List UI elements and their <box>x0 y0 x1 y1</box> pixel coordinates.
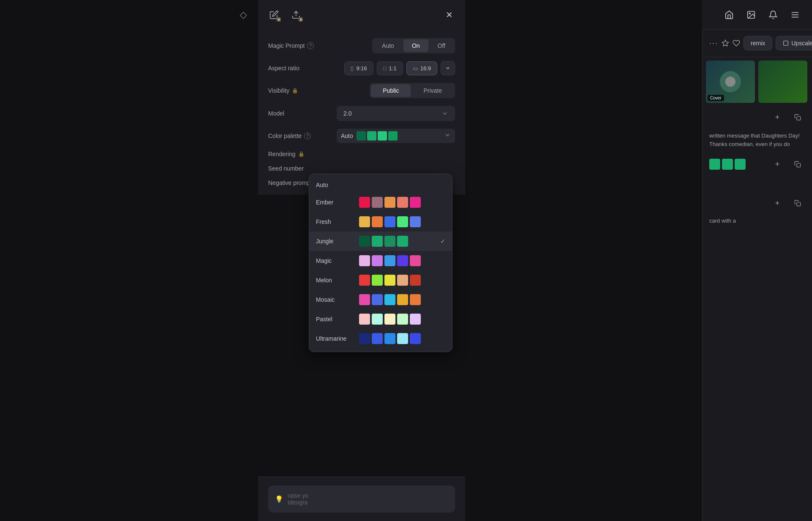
palette-swatches-preview <box>357 131 398 141</box>
bell-icon[interactable] <box>766 8 780 22</box>
visibility-private-btn[interactable]: Private <box>411 84 454 97</box>
close-button[interactable]: ✕ <box>442 7 457 22</box>
mosaic-swatches <box>359 294 421 305</box>
palette-pastel-item[interactable]: Pastel <box>309 309 452 329</box>
remix-button[interactable]: remix <box>743 36 772 50</box>
rendering-label: Rendering 🔒 <box>268 151 304 157</box>
svg-rect-9 <box>797 202 801 206</box>
pin-button[interactable] <box>721 36 729 51</box>
magic-prompt-off-btn[interactable]: Off <box>429 39 454 52</box>
seed-number-row: Seed number <box>268 165 455 172</box>
melon-swatch-3 <box>384 275 395 286</box>
upscale-button[interactable]: Upscale 🔒 <box>776 36 812 50</box>
palette-ultramarine-item[interactable]: Ultramarine <box>309 329 452 348</box>
palette-melon-item[interactable]: Melon <box>309 270 452 290</box>
color-palette-row: Color palette ? Auto <box>268 129 455 143</box>
model-select[interactable]: 2.0 <box>337 106 455 121</box>
melon-swatch-4 <box>397 275 408 286</box>
magic-prompt-info-icon[interactable]: ? <box>307 42 314 49</box>
magic-prompt-auto-btn[interactable]: Auto <box>373 39 403 52</box>
prompt-input[interactable]: 💡 raise yo Ideogra <box>268 485 455 513</box>
bottom-description: card with a <box>709 218 805 224</box>
heart-button[interactable] <box>732 36 740 51</box>
add-button[interactable]: + <box>770 110 785 125</box>
melon-swatch-5 <box>410 275 421 286</box>
jungle-swatch-2 <box>372 236 383 247</box>
model-label: Model <box>268 110 284 117</box>
copy-button-3[interactable] <box>790 196 805 211</box>
magic-swatch-3 <box>384 255 395 266</box>
copy-button-2[interactable] <box>790 157 805 172</box>
color-palette-label: Color palette ? <box>268 132 311 139</box>
palette-fresh-item[interactable]: Fresh <box>309 212 452 232</box>
pastel-swatch-4 <box>397 314 408 325</box>
ultra-swatch-4 <box>397 333 408 344</box>
swatch-3 <box>378 131 387 141</box>
thumbnail-1[interactable]: Cover <box>706 61 755 103</box>
magic-prompt-on-btn[interactable]: On <box>403 39 428 52</box>
pastel-swatch-5 <box>410 314 421 325</box>
magic-swatch-2 <box>372 255 383 266</box>
ultramarine-swatches <box>359 333 421 344</box>
eraser-icon[interactable]: ◇ <box>236 7 251 22</box>
melon-swatches <box>359 275 421 286</box>
swatch-1 <box>357 131 366 141</box>
bulb-icon: 💡 <box>275 495 283 503</box>
magic-prompt-toggle-group: Auto On Off <box>372 38 455 53</box>
fresh-swatch-3 <box>384 216 395 227</box>
copy-button[interactable] <box>790 110 805 125</box>
image-icon[interactable] <box>744 8 758 22</box>
add-button-2[interactable]: + <box>770 157 785 172</box>
magic-swatch-1 <box>359 255 370 266</box>
settings-panel: Magic Prompt ? Auto On Off Aspect ratio … <box>258 30 465 195</box>
thumbnail-2[interactable] <box>758 61 807 103</box>
palette-jungle-item[interactable]: Jungle ✓ <box>309 232 452 251</box>
upload-lock-icon[interactable]: 🔒 <box>288 7 304 22</box>
ember-swatch-4 <box>397 197 408 208</box>
pastel-swatch-3 <box>384 314 395 325</box>
mosaic-swatch-2 <box>372 294 383 305</box>
home-icon[interactable] <box>722 8 736 22</box>
visibility-public-btn[interactable]: Public <box>371 84 411 97</box>
prompt-text: raise yo Ideogra <box>288 492 308 506</box>
fresh-swatches <box>359 216 421 227</box>
melon-swatch-1 <box>359 275 370 286</box>
swatch-2 <box>367 131 376 141</box>
menu-icon[interactable] <box>788 8 802 22</box>
jungle-swatch-1 <box>359 236 370 247</box>
fresh-swatch-4 <box>397 216 408 227</box>
magic-prompt-row: Magic Prompt ? Auto On Off <box>268 38 455 53</box>
upload-lock-badge: 🔒 <box>299 17 303 22</box>
mosaic-swatch-5 <box>410 294 421 305</box>
fresh-swatch-5 <box>410 216 421 227</box>
pencil-lock-icon[interactable]: 🔒 <box>266 7 282 22</box>
more-options-button[interactable]: ··· <box>709 36 718 51</box>
add-button-3[interactable]: + <box>770 196 785 211</box>
aspect-more-btn[interactable] <box>441 61 455 75</box>
aspect-ratio-group: ▯ 9:16 □ 1:1 ▭ 16:9 <box>344 61 455 75</box>
right-panel-palette <box>709 159 746 170</box>
fresh-swatch-1 <box>359 216 370 227</box>
palette-auto-item[interactable]: Auto <box>309 177 452 193</box>
aspect-ratio-row: Aspect ratio ▯ 9:16 □ 1:1 ▭ 16:9 <box>268 61 455 75</box>
aspect-9-16-btn[interactable]: ▯ 9:16 <box>344 61 373 75</box>
palette-ember-item[interactable]: Ember <box>309 193 452 212</box>
left-toolbar: ◇ <box>228 0 258 30</box>
modal-toolbar: 🔒 🔒 ✕ <box>258 0 465 30</box>
rp-swatch-3 <box>735 159 746 170</box>
palette-selector[interactable]: Auto <box>337 129 455 143</box>
visibility-label: Visibility 🔒 <box>268 87 298 94</box>
swatch-4 <box>388 131 398 141</box>
ember-swatch-3 <box>384 197 395 208</box>
lock-badge: 🔒 <box>277 17 281 22</box>
jungle-check-icon: ✓ <box>440 238 445 245</box>
color-palette-info-icon[interactable]: ? <box>304 132 311 139</box>
jungle-swatch-4 <box>397 236 408 247</box>
aspect-1-1-btn[interactable]: □ 1:1 <box>377 61 403 75</box>
aspect-16-9-btn[interactable]: ▭ 16:9 <box>406 61 437 75</box>
svg-rect-8 <box>797 163 801 167</box>
ember-swatch-5 <box>410 197 421 208</box>
palette-mosaic-item[interactable]: Mosaic <box>309 290 452 309</box>
magic-prompt-label: Magic Prompt ? <box>268 42 314 49</box>
palette-magic-item[interactable]: Magic <box>309 251 452 270</box>
